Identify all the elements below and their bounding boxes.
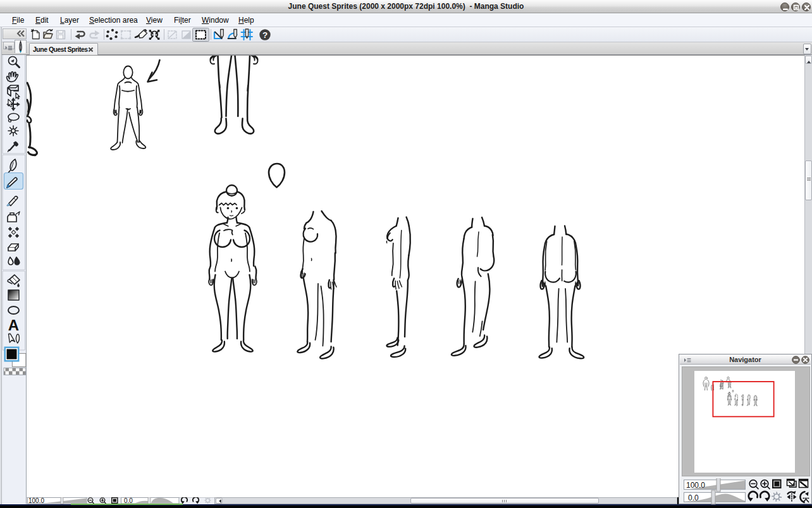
svg-text:100.0: 100.0 <box>28 497 44 504</box>
svg-text:0.0: 0.0 <box>124 497 133 504</box>
svg-text:0.0: 0.0 <box>688 493 699 502</box>
svg-text:A: A <box>8 317 19 334</box>
svg-text:?: ? <box>262 30 268 40</box>
svg-text:100.0: 100.0 <box>686 481 705 490</box>
